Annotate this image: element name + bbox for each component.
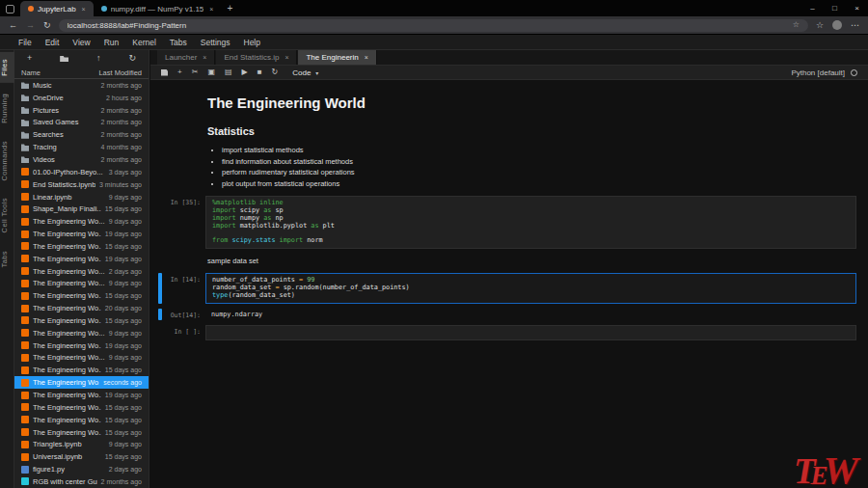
doc-tab[interactable]: End Statistics.ip× [216,50,297,65]
sidebar-tab-commands[interactable]: Commands [0,134,14,188]
file-row[interactable]: The Engineering Wo...19 days ago [14,228,149,240]
markdown-cell[interactable]: The Engineering WorldStatisticsimport st… [150,90,868,193]
file-row[interactable]: The Engineering Wo...15 days ago [14,364,149,376]
new-tab-button[interactable]: + [221,1,238,16]
cell-type-dropdown[interactable]: Code ▾ [287,68,323,78]
file-row[interactable]: The Engineering Wo...19 days ago [14,339,149,352]
tab-close-icon[interactable]: × [285,54,288,61]
file-row[interactable]: Tracing4 months ago [14,141,149,153]
tab-search-icon[interactable] [6,5,14,14]
file-row[interactable]: Music2 months ago [14,79,149,92]
code-cell[interactable]: In [14]:number_of_data_points = 99random… [150,270,868,307]
run-icon[interactable]: ▶ [242,68,248,76]
file-row[interactable]: The Engineering Wo...15 days ago [14,289,149,302]
file-row[interactable]: 01.00-IPython-Beyo...3 days ago [14,166,149,178]
copy-icon[interactable]: ▣ [207,68,215,76]
file-row[interactable]: OneDrive2 hours ago [14,92,149,104]
column-last-modified[interactable]: Last Modified [98,68,142,77]
profile-avatar[interactable] [832,20,842,30]
browser-tab[interactable]: JupyterLab× [20,1,94,16]
close-button[interactable]: × [846,0,868,16]
menu-kernel[interactable]: Kernel [125,38,163,47]
sidebar-tab-tabs[interactable]: Tabs [0,244,14,274]
settings-menu-icon[interactable]: ⋯ [851,21,859,30]
code-editor[interactable]: %matplotlib inlineimport scipy as spimpo… [205,196,856,249]
file-row[interactable]: Saved Games2 months ago [14,117,149,129]
file-row[interactable]: Universal.ipynb15 days ago [14,450,149,463]
tab-close-icon[interactable]: × [209,6,213,13]
column-name[interactable]: Name [21,68,41,77]
file-row[interactable]: RGB with center Gui...2 months ago [14,475,149,488]
menu-view[interactable]: View [66,38,96,47]
file-row[interactable]: The Engineering Wo...9 days ago [14,215,149,228]
new-folder-icon[interactable] [60,55,68,62]
new-launcher-icon[interactable]: + [27,54,32,63]
menu-edit[interactable]: Edit [39,38,67,47]
restart-icon[interactable]: ↻ [272,68,279,76]
file-row[interactable]: Searches2 months ago [14,128,149,141]
file-row[interactable]: Linear.ipynb9 days ago [14,191,149,203]
file-row[interactable]: The Engineering Wo...15 days ago [14,240,149,253]
stop-icon[interactable]: ■ [258,68,262,76]
tab-close-icon[interactable]: × [203,54,206,61]
doc-tab[interactable]: Launcher× [157,50,215,65]
menu-run[interactable]: Run [97,38,126,47]
file-row[interactable]: Shape_Manip Finali...15 days ago [14,203,149,215]
forward-icon[interactable]: → [26,21,35,30]
file-row[interactable]: The Engineering Wo...seconds ago [14,376,149,389]
notebook-file-icon [21,230,29,238]
refresh-icon[interactable]: ↻ [43,21,51,30]
code-cell[interactable]: In [35]:%matplotlib inlineimport scipy a… [150,193,868,252]
output-collapser[interactable] [158,309,162,320]
url-box[interactable]: localhost:8888/lab#Finding-Pattern ☆ [59,19,808,32]
sidebar-tab-running[interactable]: Running [0,87,14,130]
code-editor[interactable] [205,325,856,340]
menu-file[interactable]: File [12,38,39,47]
sidebar-tab-cell-tools[interactable]: Cell Tools [0,191,14,239]
file-row[interactable]: The Engineering Wo...19 days ago [14,389,149,401]
file-row[interactable]: Videos2 months ago [14,153,149,166]
upload-icon[interactable]: ↑ [96,54,101,63]
tab-favicon [101,6,107,12]
file-row[interactable]: The Engineering Wo...2 days ago [14,265,149,278]
tab-close-icon[interactable]: × [82,6,86,13]
file-row[interactable]: The Engineering Wo...9 days ago [14,327,149,339]
favorites-icon[interactable]: ☆ [816,21,824,30]
cell-collapser[interactable] [158,273,162,304]
refresh-icon[interactable]: ↻ [128,54,136,63]
file-name: The Engineering Wo... [33,230,101,238]
file-row[interactable]: figure1.py2 days ago [14,463,149,475]
notebook-file-icon [21,354,29,362]
minimize-button[interactable]: – [801,0,824,16]
back-icon[interactable]: ← [9,21,17,30]
menu-settings[interactable]: Settings [194,38,237,47]
file-row[interactable]: The Engineering Wo...9 days ago [14,352,149,365]
maximize-button[interactable]: □ [824,0,846,16]
menu-tabs[interactable]: Tabs [163,38,194,47]
file-row[interactable]: Pictures2 months ago [14,104,149,117]
file-row[interactable]: The Engineering Wo...15 days ago [14,414,149,426]
sidebar-tab-files[interactable]: Files [0,52,14,83]
file-row[interactable]: The Engineering Wo...15 days ago [14,426,149,439]
paste-icon[interactable]: ▤ [225,68,232,76]
code-editor[interactable]: number_of_data_points = 99random_data_se… [205,273,856,304]
file-row[interactable]: Triangles.ipynb9 days ago [14,438,149,450]
menu-help[interactable]: Help [237,38,267,47]
file-row[interactable]: The Engineering Wo...19 days ago [14,253,149,265]
doc-tab[interactable]: The Engineerin× [298,50,376,65]
file-row[interactable]: The Engineering Wo...15 days ago [14,314,149,327]
browser-tab[interactable]: numpy.diff — NumPy v1.15× [94,1,222,16]
bookmark-star-icon[interactable]: ☆ [793,21,800,29]
save-icon[interactable] [161,69,168,76]
cut-icon[interactable]: ✂ [192,68,199,76]
file-row[interactable]: The Engineering Wo...15 days ago [14,401,149,414]
kernel-status-icon[interactable] [851,69,857,76]
add-cell-icon[interactable]: + [177,68,182,76]
code-cell[interactable]: In [ ]: [150,322,868,343]
file-row[interactable]: The Engineering Wo...9 days ago [14,278,149,290]
file-row[interactable]: The Engineering Wo...20 days ago [14,302,149,314]
url-text[interactable]: localhost:8888/lab#Finding-Pattern [68,21,787,30]
file-row[interactable]: End Statistics.ipynb3 minutes ago [14,178,149,191]
markdown-cell[interactable]: sample data set [150,252,868,270]
tab-close-icon[interactable]: × [365,54,368,61]
